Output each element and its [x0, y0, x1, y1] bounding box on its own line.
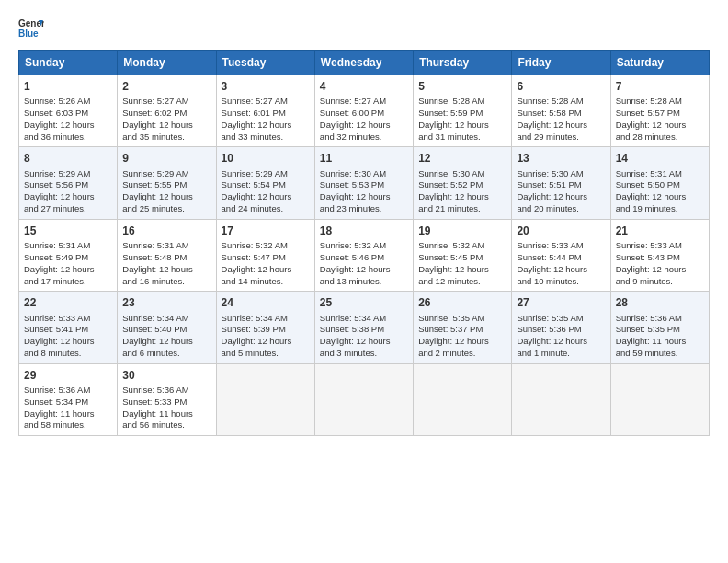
cell-line: Sunrise: 5:30 AM — [418, 168, 506, 180]
week-row-3: 15Sunrise: 5:31 AMSunset: 5:49 PMDayligh… — [19, 219, 710, 291]
cell-line: Daylight: 12 hours — [122, 264, 210, 276]
cell-w1-5: 6Sunrise: 5:28 AMSunset: 5:58 PMDaylight… — [512, 75, 610, 147]
cell-line: Sunrise: 5:29 AM — [222, 168, 310, 180]
cell-line: Daylight: 12 hours — [517, 191, 605, 203]
cell-line: and 16 minutes. — [122, 276, 210, 288]
day-number: 24 — [222, 295, 310, 310]
cell-line: Sunrise: 5:35 AM — [517, 313, 605, 325]
cell-line: Sunrise: 5:27 AM — [320, 96, 408, 108]
day-number: 4 — [320, 79, 408, 94]
col-wednesday: Wednesday — [314, 51, 413, 75]
day-number: 10 — [222, 151, 310, 166]
cell-line: and 3 minutes. — [320, 348, 408, 360]
day-number: 3 — [222, 79, 310, 94]
cell-line: Daylight: 11 hours — [616, 336, 704, 348]
day-number: 22 — [24, 295, 112, 310]
day-number: 13 — [517, 151, 605, 166]
cell-line: Sunrise: 5:32 AM — [418, 240, 506, 252]
week-row-1: 1Sunrise: 5:26 AMSunset: 6:03 PMDaylight… — [19, 75, 710, 147]
cell-w2-3: 11Sunrise: 5:30 AMSunset: 5:53 PMDayligh… — [314, 147, 413, 219]
cell-line: and 5 minutes. — [222, 348, 310, 360]
day-number: 16 — [122, 224, 210, 238]
svg-text:Blue: Blue — [18, 29, 39, 39]
calendar-body: 1Sunrise: 5:26 AMSunset: 6:03 PMDaylight… — [19, 75, 710, 436]
cell-line: and 1 minute. — [517, 348, 605, 360]
cell-line: and 32 minutes. — [320, 132, 408, 144]
cell-line: Sunset: 5:49 PM — [24, 252, 112, 264]
cell-line: Sunset: 5:58 PM — [517, 108, 605, 120]
day-number: 14 — [616, 151, 704, 166]
cell-line: Daylight: 12 hours — [222, 336, 310, 348]
cell-line: Sunset: 5:34 PM — [24, 396, 112, 408]
cell-line: and 56 minutes. — [122, 419, 210, 431]
cell-w5-2 — [216, 363, 314, 435]
cell-w5-1: 30Sunrise: 5:36 AMSunset: 5:33 PMDayligh… — [118, 363, 216, 435]
cell-w3-5: 20Sunrise: 5:33 AMSunset: 5:44 PMDayligh… — [512, 219, 610, 291]
week-row-5: 29Sunrise: 5:36 AMSunset: 5:34 PMDayligh… — [19, 363, 710, 435]
logo-svg: General Blue — [18, 15, 44, 40]
day-number: 17 — [222, 224, 310, 238]
cell-line: and 10 minutes. — [517, 276, 605, 288]
cell-line: Sunrise: 5:35 AM — [418, 313, 506, 325]
cell-line: Sunrise: 5:29 AM — [24, 168, 112, 180]
cell-w4-2: 24Sunrise: 5:34 AMSunset: 5:39 PMDayligh… — [216, 292, 314, 363]
cell-line: Sunset: 5:55 PM — [122, 179, 210, 191]
cell-line: Sunrise: 5:36 AM — [616, 313, 704, 325]
cell-line: and 29 minutes. — [517, 132, 605, 144]
cell-line: Daylight: 12 hours — [24, 336, 112, 348]
cell-line: Sunrise: 5:28 AM — [616, 96, 704, 108]
cell-line: and 36 minutes. — [24, 132, 112, 144]
cell-w4-6: 28Sunrise: 5:36 AMSunset: 5:35 PMDayligh… — [610, 292, 709, 363]
cell-line: Daylight: 12 hours — [24, 191, 112, 203]
cell-line: Sunset: 5:39 PM — [222, 324, 310, 336]
cell-line: and 35 minutes. — [122, 132, 210, 144]
cell-line: Sunset: 5:56 PM — [24, 179, 112, 191]
cell-line: Daylight: 12 hours — [24, 264, 112, 276]
cell-line: Sunset: 5:47 PM — [222, 252, 310, 264]
cell-line: Sunset: 5:51 PM — [517, 179, 605, 191]
cell-line: Daylight: 12 hours — [418, 336, 506, 348]
cell-w3-0: 15Sunrise: 5:31 AMSunset: 5:49 PMDayligh… — [19, 219, 118, 291]
cell-line: and 27 minutes. — [24, 203, 112, 215]
cell-line: and 31 minutes. — [418, 132, 506, 144]
cell-w2-1: 9Sunrise: 5:29 AMSunset: 5:55 PMDaylight… — [118, 147, 216, 219]
cell-line: Sunset: 5:36 PM — [517, 324, 605, 336]
cell-w2-5: 13Sunrise: 5:30 AMSunset: 5:51 PMDayligh… — [512, 147, 610, 219]
cell-line: Daylight: 12 hours — [320, 264, 408, 276]
cell-line: Daylight: 12 hours — [616, 120, 704, 132]
cell-w4-5: 27Sunrise: 5:35 AMSunset: 5:36 PMDayligh… — [512, 292, 610, 363]
cell-line: Daylight: 12 hours — [320, 120, 408, 132]
cell-line: Daylight: 12 hours — [24, 120, 112, 132]
cell-w1-1: 2Sunrise: 5:27 AMSunset: 6:02 PMDaylight… — [118, 75, 216, 147]
day-number: 7 — [616, 79, 704, 94]
cell-line: Sunrise: 5:30 AM — [320, 168, 408, 180]
cell-line: Daylight: 12 hours — [517, 264, 605, 276]
day-number: 8 — [24, 151, 112, 166]
cell-w5-6 — [610, 363, 709, 435]
week-row-4: 22Sunrise: 5:33 AMSunset: 5:41 PMDayligh… — [19, 292, 710, 363]
cell-line: Sunset: 5:54 PM — [222, 179, 310, 191]
col-friday: Friday — [512, 51, 610, 75]
cell-w2-6: 14Sunrise: 5:31 AMSunset: 5:50 PMDayligh… — [610, 147, 709, 219]
cell-line: Sunrise: 5:30 AM — [517, 168, 605, 180]
col-tuesday: Tuesday — [216, 51, 314, 75]
col-saturday: Saturday — [610, 51, 709, 75]
day-number: 15 — [24, 224, 112, 238]
cell-line: Daylight: 12 hours — [418, 191, 506, 203]
cell-w1-2: 3Sunrise: 5:27 AMSunset: 6:01 PMDaylight… — [216, 75, 314, 147]
cell-line: Sunset: 5:46 PM — [320, 252, 408, 264]
cell-line: Sunrise: 5:27 AM — [222, 96, 310, 108]
cell-line: Sunset: 6:03 PM — [24, 108, 112, 120]
cell-line: Sunset: 5:57 PM — [616, 108, 704, 120]
cell-line: Sunset: 5:40 PM — [122, 324, 210, 336]
cell-line: Sunset: 6:00 PM — [320, 108, 408, 120]
day-number: 21 — [616, 224, 704, 238]
cell-line: Daylight: 12 hours — [418, 120, 506, 132]
cell-line: and 6 minutes. — [122, 348, 210, 360]
cell-w2-4: 12Sunrise: 5:30 AMSunset: 5:52 PMDayligh… — [414, 147, 512, 219]
cell-line: Daylight: 11 hours — [122, 408, 210, 420]
day-number: 28 — [616, 295, 704, 310]
cell-w3-4: 19Sunrise: 5:32 AMSunset: 5:45 PMDayligh… — [414, 219, 512, 291]
cell-line: Daylight: 12 hours — [222, 120, 310, 132]
cell-w2-2: 10Sunrise: 5:29 AMSunset: 5:54 PMDayligh… — [216, 147, 314, 219]
